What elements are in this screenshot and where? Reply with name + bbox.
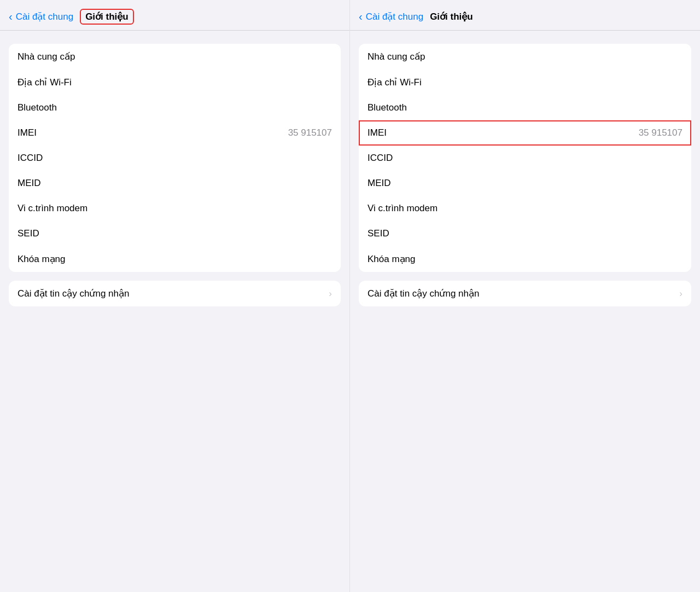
list-item-meid: MEID (9, 171, 341, 196)
list-item-meid-r: MEID (359, 171, 691, 196)
left-panel: ‹ Cài đặt chung Giới thiệu Nhà cung cấp … (0, 0, 350, 592)
item-label-modem: Vi c.trình modem (18, 203, 88, 214)
left-cert-item[interactable]: Cài đặt tin cậy chứng nhận › (9, 281, 341, 306)
list-item-bluetooth: Bluetooth (9, 95, 341, 120)
list-item-modem-r: Vi c.trình modem (359, 196, 691, 221)
list-item-imei-r: IMEI 35 915107 (359, 120, 691, 146)
left-back-button[interactable]: ‹ Cài đặt chung (9, 10, 73, 23)
left-list-group: Nhà cung cấp Địa chỉ Wi-Fi Bluetooth IME… (9, 44, 341, 272)
right-back-button[interactable]: ‹ Cài đặt chung (359, 10, 423, 23)
item-label-dia-chi-wifi: Địa chỉ Wi-Fi (18, 77, 72, 88)
item-label-meid-r: MEID (368, 178, 391, 189)
right-page-title: Giới thiệu (430, 11, 473, 22)
list-item: Địa chỉ Wi-Fi (9, 69, 341, 95)
item-label-seid-r: SEID (368, 228, 389, 239)
list-item-modem: Vi c.trình modem (9, 196, 341, 221)
item-label-iccid-r: ICCID (368, 153, 393, 164)
item-label-bluetooth-r: Bluetooth (368, 102, 407, 113)
list-item-iccid-r: ICCID (359, 146, 691, 171)
list-item: Nhà cung cấp (359, 44, 691, 69)
list-item-khoa-mang: Khóa mạng (9, 246, 341, 272)
list-item-seid: SEID (9, 221, 341, 246)
item-label-imei-r: IMEI (368, 127, 387, 138)
item-label-nha-cung-cap-r: Nhà cung cấp (368, 51, 425, 62)
left-page-title: Giới thiệu (80, 9, 134, 25)
list-item-seid-r: SEID (359, 221, 691, 246)
item-value-imei: 35 915107 (288, 127, 332, 138)
left-header: ‹ Cài đặt chung Giới thiệu (0, 0, 349, 31)
right-cert-label: Cài đặt tin cậy chứng nhận (368, 288, 479, 299)
item-label-khoa-mang-r: Khóa mạng (368, 253, 416, 265)
list-item: Địa chỉ Wi-Fi (359, 69, 691, 95)
right-content: Nhà cung cấp Địa chỉ Wi-Fi Bluetooth IME… (350, 31, 700, 592)
item-label-seid: SEID (18, 228, 39, 239)
right-panel: ‹ Cài đặt chung Giới thiệu Nhà cung cấp … (350, 0, 700, 592)
list-item: Nhà cung cấp (9, 44, 341, 69)
list-item-bluetooth-r: Bluetooth (359, 95, 691, 120)
list-item-khoa-mang-r: Khóa mạng (359, 246, 691, 272)
item-label-nha-cung-cap: Nhà cung cấp (18, 51, 75, 62)
item-label-khoa-mang: Khóa mạng (18, 253, 66, 265)
item-label-modem-r: Vi c.trình modem (368, 203, 438, 214)
item-value-imei-r: 35 915107 (639, 127, 682, 138)
right-cert-item[interactable]: Cài đặt tin cậy chứng nhận › (359, 281, 691, 306)
left-content: Nhà cung cấp Địa chỉ Wi-Fi Bluetooth IME… (0, 31, 349, 592)
item-label-iccid: ICCID (18, 153, 43, 164)
right-back-label[interactable]: Cài đặt chung (366, 11, 423, 22)
right-list-group: Nhà cung cấp Địa chỉ Wi-Fi Bluetooth IME… (359, 44, 691, 272)
right-header: ‹ Cài đặt chung Giới thiệu (350, 0, 700, 31)
item-label-dia-chi-wifi-r: Địa chỉ Wi-Fi (368, 77, 422, 88)
left-back-chevron-icon: ‹ (9, 10, 13, 23)
right-cert-arrow-icon: › (679, 288, 682, 299)
left-cert-arrow-icon: › (329, 288, 332, 299)
right-back-chevron-icon: ‹ (359, 10, 363, 23)
left-cert-group: Cài đặt tin cậy chứng nhận › (9, 281, 341, 306)
list-item-iccid: ICCID (9, 146, 341, 171)
item-label-meid: MEID (18, 178, 41, 189)
item-label-bluetooth: Bluetooth (18, 102, 57, 113)
item-label-imei: IMEI (18, 127, 37, 138)
right-cert-group: Cài đặt tin cậy chứng nhận › (359, 281, 691, 306)
left-cert-label: Cài đặt tin cậy chứng nhận (18, 288, 129, 299)
left-back-label[interactable]: Cài đặt chung (16, 11, 73, 22)
list-item-imei: IMEI 35 915107 (9, 120, 341, 146)
